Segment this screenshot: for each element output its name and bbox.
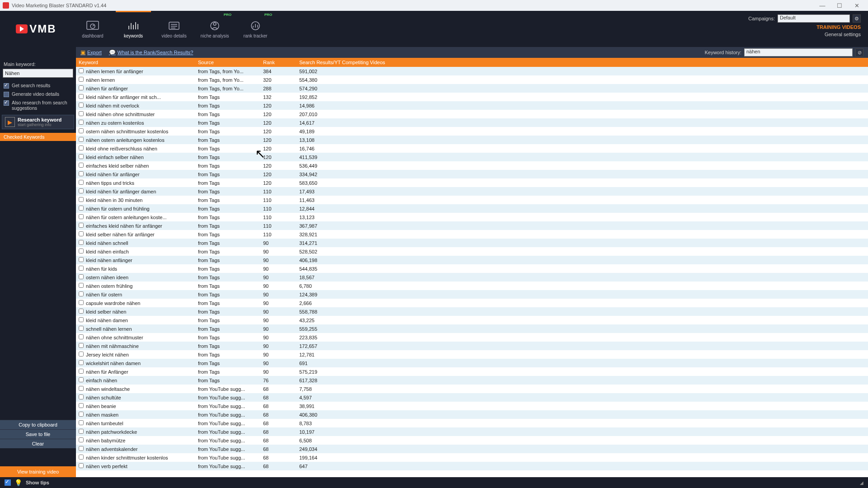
clear-button[interactable]: Clear (0, 439, 76, 448)
table-row[interactable]: nähen patchworkdeckefrom YouTube sugg...… (76, 427, 868, 436)
row-checkbox[interactable] (79, 145, 84, 150)
training-videos-link[interactable]: TRAINING VIDEOS (816, 24, 861, 30)
row-checkbox[interactable] (79, 137, 84, 142)
table-row[interactable]: nähen lernenfrom Tags, from Yo...320554,… (76, 75, 868, 84)
row-checkbox[interactable] (79, 437, 84, 442)
tab-rank-tracker[interactable]: PRO rank tracker (235, 11, 276, 47)
what-is-link[interactable]: 💬What is the Rank/Search Results? (109, 49, 193, 56)
table-row[interactable]: nähen turnbeutelfrom YouTube sugg...688,… (76, 419, 868, 427)
generate-video-details-checkbox[interactable]: Generate video details (0, 90, 76, 99)
row-checkbox[interactable] (79, 128, 84, 133)
tab-dashboard[interactable]: dashboard (72, 11, 113, 47)
col-rank[interactable]: Rank (263, 60, 299, 65)
row-checkbox[interactable] (79, 291, 84, 296)
row-checkbox[interactable] (79, 94, 84, 99)
table-row[interactable]: kleid selber nähen für anfängerfrom Tags… (76, 230, 868, 239)
table-row[interactable]: nähen zu ostern kostenlosfrom Tags12014,… (76, 118, 868, 127)
table-row[interactable]: nähen für anfängerfrom Tags, from Yo...2… (76, 84, 868, 93)
row-checkbox[interactable] (79, 420, 84, 425)
row-checkbox[interactable] (79, 274, 84, 279)
row-checkbox[interactable] (79, 463, 84, 468)
table-row[interactable]: nähen windeltaschefrom YouTube sugg...68… (76, 385, 868, 393)
row-checkbox[interactable] (79, 214, 84, 219)
research-keyword-button[interactable]: ▶ Research keywordstart gathering info (2, 115, 74, 129)
row-checkbox[interactable] (79, 283, 84, 288)
table-row[interactable]: kleid nähen für anfänger damenfrom Tags1… (76, 187, 868, 196)
row-checkbox[interactable] (79, 103, 84, 108)
row-checkbox[interactable] (79, 206, 84, 211)
table-row[interactable]: kleid selber nähenfrom Tags90558,788 (76, 307, 868, 316)
view-training-video-button[interactable]: View training video (0, 466, 76, 477)
table-row[interactable]: nähen beaniefrom YouTube sugg...6838,991 (76, 402, 868, 410)
table-row[interactable]: capsule wardrobe nähenfrom Tags902,666 (76, 299, 868, 307)
table-row[interactable]: kleid nähen für anfänger mit sch...from … (76, 93, 868, 101)
also-research-checkbox[interactable]: Also research from search suggestions (0, 99, 76, 112)
table-row[interactable]: kleid nähen für anfängerfrom Tags120334,… (76, 170, 868, 178)
row-checkbox[interactable] (79, 429, 84, 434)
table-row[interactable]: kleid nähen anfängerfrom Tags90406,198 (76, 256, 868, 264)
row-checkbox[interactable] (79, 317, 84, 322)
save-to-file-button[interactable]: Save to file (0, 429, 76, 439)
table-row[interactable]: einfaches kleid nähen für anfängerfrom T… (76, 221, 868, 230)
row-checkbox[interactable] (79, 188, 84, 193)
close-button[interactable]: ✕ (848, 2, 865, 9)
row-checkbox[interactable] (79, 309, 84, 314)
table-row[interactable]: nähen für kidsfrom Tags90544,835 (76, 264, 868, 273)
table-row[interactable]: nähen tipps und tricksfrom Tags120583,65… (76, 178, 868, 187)
resize-grip-icon[interactable]: ◢ (860, 480, 863, 485)
table-row[interactable]: Jersey leicht nähenfrom Tags9012,781 (76, 350, 868, 359)
general-settings-link[interactable]: General settings (825, 32, 861, 37)
row-checkbox[interactable] (79, 352, 84, 357)
table-row[interactable]: nähen für ostern und frühlingfrom Tags11… (76, 204, 868, 213)
col-source[interactable]: Source (198, 60, 263, 65)
maximize-button[interactable]: ☐ (831, 2, 848, 9)
table-row[interactable]: einfaches kleid selber nähenfrom Tags120… (76, 161, 868, 170)
row-checkbox[interactable] (79, 412, 84, 417)
table-row[interactable]: nähen kinder schnittmuster kostenlosfrom… (76, 453, 868, 462)
history-remove-button[interactable]: ⊘ (855, 48, 863, 56)
col-results[interactable]: Search Results/YT Competiting Videos (299, 60, 868, 65)
row-checkbox[interactable] (79, 257, 84, 262)
row-checkbox[interactable] (79, 249, 84, 253)
row-checkbox[interactable] (79, 68, 84, 73)
tab-niche-analysis[interactable]: PRO niche analysis (194, 11, 235, 47)
row-checkbox[interactable] (79, 343, 84, 348)
row-checkbox[interactable] (79, 326, 84, 331)
table-row[interactable]: einfach nähenfrom Tags76617,328 (76, 376, 868, 385)
table-row[interactable]: nähen schultütefrom YouTube sugg...684,5… (76, 393, 868, 402)
show-tips-checkbox[interactable] (5, 479, 11, 486)
row-checkbox[interactable] (79, 120, 84, 125)
minimize-button[interactable]: — (814, 2, 831, 9)
table-row[interactable]: nähen für Anfängerfrom Tags90575,219 (76, 367, 868, 376)
table-row[interactable]: nähen für ostern anleitungen koste...fro… (76, 213, 868, 221)
row-checkbox[interactable] (79, 455, 84, 460)
table-row[interactable]: wickelshirt nähen damenfrom Tags90691 (76, 359, 868, 367)
campaign-select[interactable]: Default (778, 14, 850, 23)
table-row[interactable]: nähen maskenfrom YouTube sugg...68406,38… (76, 410, 868, 419)
row-checkbox[interactable] (79, 394, 84, 399)
row-checkbox[interactable] (79, 300, 84, 305)
row-checkbox[interactable] (79, 240, 84, 245)
row-checkbox[interactable] (79, 154, 84, 159)
table-row[interactable]: kleid nähen mit overlockfrom Tags12014,9… (76, 101, 868, 110)
table-row[interactable]: ostern nähen ideenfrom Tags9018,567 (76, 273, 868, 282)
table-row[interactable]: nähen babymützefrom YouTube sugg...686,5… (76, 436, 868, 445)
row-checkbox[interactable] (79, 171, 84, 176)
campaign-settings-button[interactable]: ⚙ (853, 14, 861, 23)
table-row[interactable]: kleid einfach selber nähenfrom Tags12041… (76, 153, 868, 161)
table-row[interactable]: nähen verb perfektfrom YouTube sugg...68… (76, 462, 868, 470)
row-checkbox[interactable] (79, 377, 84, 382)
row-checkbox[interactable] (79, 231, 84, 236)
row-checkbox[interactable] (79, 369, 84, 374)
row-checkbox[interactable] (79, 197, 84, 202)
row-checkbox[interactable] (79, 266, 84, 271)
row-checkbox[interactable] (79, 77, 84, 82)
table-row[interactable]: nähen für osternfrom Tags90124,389 (76, 290, 868, 299)
table-row[interactable]: nähen adventskalenderfrom YouTube sugg..… (76, 445, 868, 453)
table-row[interactable]: nähen lernen für anfängerfrom Tags, from… (76, 67, 868, 75)
row-checkbox[interactable] (79, 163, 84, 168)
table-row[interactable]: kleid nähen ohne schnittmusterfrom Tags1… (76, 110, 868, 118)
row-checkbox[interactable] (79, 360, 84, 365)
table-row[interactable]: kleid nähen einfachfrom Tags90528,502 (76, 247, 868, 256)
row-checkbox[interactable] (79, 403, 84, 408)
